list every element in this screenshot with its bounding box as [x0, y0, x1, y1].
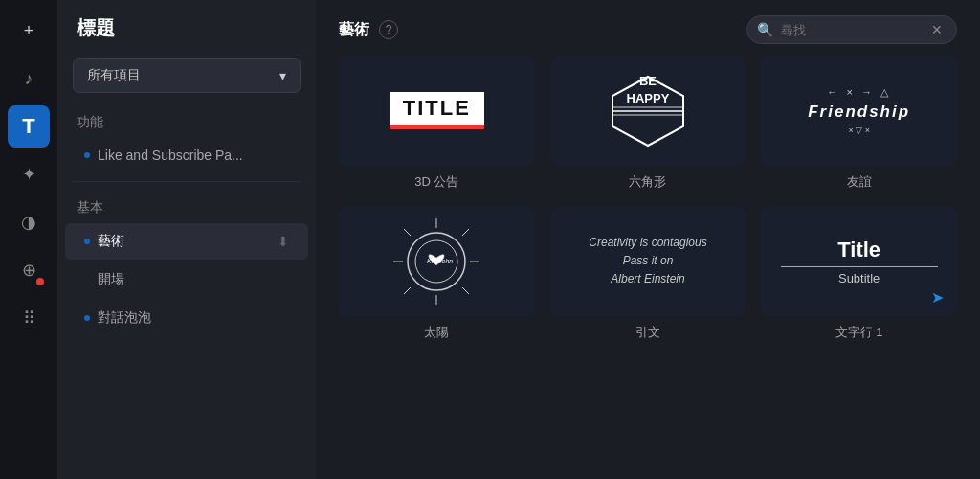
card-label: 太陽 [424, 324, 449, 341]
dropdown-label: 所有項目 [87, 67, 141, 84]
svg-text:John: John [437, 258, 453, 264]
arrows-top: ← × → △ [827, 86, 891, 99]
card-thumbnail: ← × → △ Friendship × ▽ × [761, 56, 957, 166]
bullet-dot [84, 152, 90, 158]
text-icon[interactable]: T [8, 105, 50, 148]
main-header: 藝術 ? 🔍 ✕ [316, 0, 980, 56]
help-icon[interactable]: ? [379, 20, 398, 39]
arrows-bottom: × ▽ × [848, 125, 870, 135]
card-label: 友誼 [847, 173, 872, 191]
text-line-title-text: Title [837, 238, 880, 262]
quote-text: Creativity is contagiousPass it onAlbert… [589, 234, 706, 289]
search-input[interactable] [781, 23, 924, 37]
svg-line-13 [404, 287, 411, 294]
card-label: 文字行 1 [835, 324, 883, 341]
friendship-label: Friendship [808, 103, 910, 122]
text-line-divider [781, 266, 938, 267]
card-thumbnail: BEHAPPY [550, 56, 746, 166]
text-line-preview: Title Subtitle ➤ [761, 206, 957, 316]
section-label-features: 功能 [57, 104, 316, 137]
sidebar-item-label: Like and Subscribe Pa... [98, 148, 289, 163]
red-bar [390, 125, 484, 129]
sidebar-item-label: 藝術 [98, 233, 270, 250]
svg-line-11 [462, 287, 469, 294]
svg-line-12 [462, 229, 469, 236]
sidebar-item-art[interactable]: 藝術 ⬇ [65, 223, 308, 260]
section-label-basic: 基本 [57, 190, 316, 222]
card-label: 六角形 [629, 173, 666, 191]
more-icon[interactable]: ⠿ [8, 297, 50, 339]
card-thumbnail: Creativity is contagiousPass it onAlbert… [550, 206, 746, 316]
sidebar-title: 標題 [57, 0, 316, 51]
search-icon: 🔍 [757, 22, 773, 37]
card-grid: TITLE 3D 公告 BEHAPPY 六角形 [316, 56, 980, 360]
effects-icon[interactable]: ✦ [8, 153, 50, 195]
quote-preview: Creativity is contagiousPass it onAlbert… [579, 224, 716, 299]
arrow-icon: ➤ [931, 288, 944, 307]
chevron-down-icon: ▾ [279, 68, 286, 83]
card-thumbnail: TITLE [339, 56, 535, 166]
main-panel: 藝術 ? 🔍 ✕ TITLE 3D 公告 [316, 0, 980, 479]
main-section-title: 藝術 [339, 20, 369, 40]
svg-line-10 [404, 229, 411, 236]
card-thumbnail: Title Subtitle ➤ [761, 206, 957, 316]
divider [73, 181, 301, 182]
card-hexagon[interactable]: BEHAPPY 六角形 [550, 56, 746, 191]
sticker-icon[interactable]: ⊕ [8, 249, 50, 291]
category-dropdown[interactable]: 所有項目 ▾ [73, 58, 301, 93]
clear-search-icon[interactable]: ✕ [931, 22, 943, 37]
sidebar-item-open[interactable]: 開場 [65, 262, 308, 298]
card-quote[interactable]: Creativity is contagiousPass it onAlbert… [550, 206, 746, 341]
sidebar-item-like-subscribe[interactable]: Like and Subscribe Pa... [65, 138, 308, 172]
title-preview-text: TITLE [390, 92, 484, 125]
sidebar-item-label: 對話泡泡 [98, 309, 289, 327]
bullet-dot [84, 315, 90, 321]
sun-preview: Kate John [379, 214, 494, 309]
card-label: 3D 公告 [414, 173, 458, 191]
hexagon-preview: BEHAPPY [605, 73, 691, 149]
card-friendship[interactable]: ← × → △ Friendship × ▽ × 友誼 [761, 56, 957, 191]
hexagon-text: BEHAPPY [627, 73, 670, 107]
sidebar-item-dialogue[interactable]: 對話泡泡 [65, 300, 308, 336]
sidebar: 標題 所有項目 ▾ 功能 Like and Subscribe Pa... 基本… [57, 0, 316, 479]
card-text-line[interactable]: Title Subtitle ➤ 文字行 1 [761, 206, 957, 341]
download-icon[interactable]: ⬇ [278, 234, 289, 249]
filters-icon[interactable]: ◑ [8, 201, 50, 243]
card-sun[interactable]: Kate John 太陽 [339, 206, 535, 341]
search-bar: 🔍 ✕ [746, 15, 957, 44]
icon-bar: + ♪ T ✦ ◑ ⊕ ⠿ [0, 0, 57, 479]
card-3d-title[interactable]: TITLE 3D 公告 [339, 56, 535, 191]
3d-title-preview: TITLE [390, 92, 484, 129]
bullet-dot [84, 239, 90, 244]
text-line-subtitle-text: Subtitle [838, 271, 880, 285]
card-label: 引文 [635, 324, 660, 341]
friendship-preview: ← × → △ Friendship × ▽ × [808, 86, 910, 135]
sun-svg: Kate John [379, 214, 494, 309]
add-icon[interactable]: + [8, 10, 50, 52]
sidebar-item-label: 開場 [98, 271, 289, 288]
card-thumbnail: Kate John [339, 206, 535, 316]
music-icon[interactable]: ♪ [8, 57, 50, 100]
